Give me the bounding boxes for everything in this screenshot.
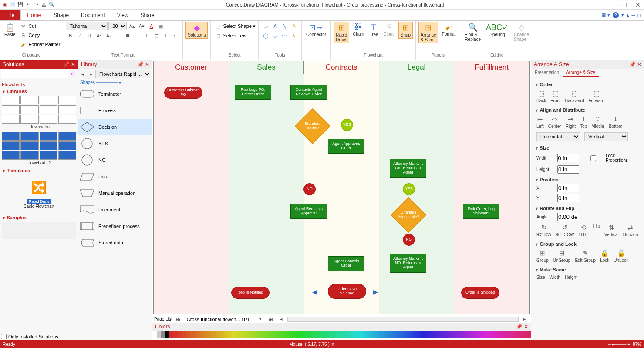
distribute-horizontal[interactable]: Horizontal bbox=[536, 132, 580, 141]
format-button[interactable]: 🖌Format bbox=[440, 22, 458, 37]
bold-icon[interactable]: B bbox=[66, 31, 74, 40]
node-customer-submits[interactable]: Customer Submits PO bbox=[164, 87, 202, 99]
help-icon[interactable]: ? bbox=[613, 12, 619, 18]
tool-ellipse-icon[interactable]: ◯ bbox=[261, 31, 270, 40]
ribbon-min-icon[interactable]: ─ bbox=[632, 13, 635, 18]
grow-font-icon[interactable]: A▴ bbox=[128, 22, 136, 30]
tab-shape[interactable]: Shape bbox=[47, 10, 75, 20]
tab-home[interactable]: Home bbox=[20, 10, 47, 20]
align-top[interactable]: ⤒Top bbox=[580, 115, 587, 129]
page-dropdown-icon[interactable]: ▾ bbox=[256, 315, 265, 324]
tab-presentation[interactable]: Presentation bbox=[531, 69, 563, 77]
zoom-slider[interactable]: ─●──── + bbox=[608, 342, 630, 347]
node-shipped[interactable]: Order Is Shipped bbox=[461, 287, 499, 299]
align-right-icon[interactable]: ≡ bbox=[133, 31, 142, 40]
shape-no[interactable]: NO bbox=[78, 152, 152, 168]
lib-thumbs-2[interactable] bbox=[2, 132, 76, 160]
rotate-180[interactable]: ⟲180 ° bbox=[578, 224, 588, 237]
align-left[interactable]: ⇤Left bbox=[536, 115, 544, 129]
shape-process[interactable]: Process bbox=[78, 102, 152, 119]
align-bottom[interactable]: ⤓Bottom bbox=[609, 115, 623, 129]
order-front[interactable]: ⬚Front bbox=[550, 90, 560, 103]
menu-grid-icon[interactable]: ▦ ▾ bbox=[601, 12, 610, 18]
rotate-ccw[interactable]: ↺90° CCW bbox=[556, 224, 574, 237]
node-agent-approves[interactable]: Agent Approves Order bbox=[328, 139, 364, 154]
height-input[interactable] bbox=[557, 165, 579, 174]
ribbon-more-icon[interactable]: □ bbox=[637, 13, 641, 18]
unlock-button[interactable]: 🔓UnLock bbox=[614, 249, 628, 263]
node-no-2[interactable]: NO bbox=[403, 234, 415, 246]
sec-rotate[interactable]: Rotate and Flip bbox=[535, 206, 641, 211]
shape-yes[interactable]: YES bbox=[78, 135, 152, 152]
nav-next-icon[interactable]: ▶ bbox=[373, 288, 378, 295]
font-select[interactable]: Tahoma bbox=[66, 22, 108, 30]
section-flowcharts[interactable]: Flowcharts bbox=[2, 82, 76, 87]
minimize-button[interactable]: ─ bbox=[617, 1, 621, 8]
tool-pointer-icon[interactable]: ↖ bbox=[290, 31, 299, 40]
order-forward[interactable]: ⬚Forward bbox=[588, 90, 604, 103]
tab-share[interactable]: Share bbox=[135, 10, 161, 20]
superscript-icon[interactable]: A² bbox=[94, 31, 103, 40]
sample-thumb[interactable] bbox=[2, 222, 76, 239]
find-replace-button[interactable]: 🔍Find & Replace bbox=[463, 22, 482, 43]
tool-text-icon[interactable]: A bbox=[271, 22, 280, 30]
close-panel-icon[interactable]: ✕ bbox=[145, 61, 149, 67]
sec-position[interactable]: Position bbox=[535, 177, 641, 182]
node-no-1[interactable]: NO bbox=[303, 183, 316, 195]
node-contacts-agent[interactable]: Contacts Agent Reviews Order bbox=[290, 85, 327, 100]
order-back[interactable]: ⬚Back bbox=[536, 90, 546, 103]
font-size-select[interactable]: 20 bbox=[108, 22, 127, 30]
collapse-ribbon-icon[interactable]: ▴ bbox=[627, 12, 629, 18]
shape-decision[interactable]: Decision bbox=[78, 119, 152, 135]
shape-terminator[interactable]: Terminator bbox=[78, 86, 152, 102]
section-templates[interactable]: Templates bbox=[2, 168, 76, 173]
node-attorney-no[interactable]: Attorney Marks It NO, Returns to Agent bbox=[390, 254, 426, 273]
angle-input[interactable] bbox=[557, 213, 579, 221]
align-middle[interactable]: ⇕Middle bbox=[591, 115, 604, 129]
library-dropdown[interactable]: Flowcharts Rapid ... bbox=[95, 70, 151, 78]
node-agent-requests[interactable]: Agent Requests Approval bbox=[290, 204, 327, 219]
sec-size[interactable]: Size bbox=[535, 145, 641, 151]
close-panel-icon[interactable]: ✕ bbox=[524, 324, 528, 330]
sec-align[interactable]: Align and Distribute bbox=[535, 107, 641, 113]
shape-document[interactable]: Document bbox=[78, 201, 152, 218]
maximize-button[interactable]: □ bbox=[627, 1, 630, 8]
valign-mid-icon[interactable]: ⊟ bbox=[152, 31, 161, 40]
tab-view[interactable]: View bbox=[111, 10, 135, 20]
node-changes-acceptable[interactable]: Changes Acceptable? bbox=[391, 197, 426, 233]
same-size[interactable]: Size bbox=[536, 275, 545, 280]
same-height[interactable]: Height bbox=[565, 275, 577, 280]
refresh-icon[interactable]: ⟳ bbox=[68, 70, 77, 78]
group-button[interactable]: ⊞Group bbox=[536, 249, 549, 263]
flip-horizontal[interactable]: ⇄Horizon bbox=[623, 224, 638, 237]
rapid-draw-button[interactable]: ⊞Rapid Draw bbox=[334, 22, 349, 44]
select-shape-button[interactable]: ⬚Select Shape ▾ bbox=[213, 22, 256, 30]
tree-button[interactable]: ⊤Tree bbox=[368, 22, 380, 38]
sec-make-same[interactable]: Make Same bbox=[535, 267, 641, 272]
node-yes-2[interactable]: YES bbox=[403, 183, 415, 195]
lib-next-icon[interactable]: ▸ bbox=[88, 70, 95, 78]
distribute-vertical[interactable]: Vertical bbox=[584, 132, 628, 141]
font-color-icon[interactable]: A bbox=[147, 22, 155, 30]
tool-line-icon[interactable]: ╲ bbox=[280, 22, 289, 30]
shapes-header[interactable]: Shapes ─────── ▾ bbox=[78, 79, 152, 86]
valign-top-icon[interactable]: ⊤ bbox=[142, 31, 151, 40]
shrink-font-icon[interactable]: A▾ bbox=[137, 22, 146, 30]
qat-new-icon[interactable]: 📄 bbox=[10, 2, 16, 8]
qat-save-icon[interactable]: 💾 bbox=[17, 2, 24, 8]
lib-thumbs-1[interactable] bbox=[2, 96, 76, 124]
tool-pencil-icon[interactable]: ✎ bbox=[290, 22, 299, 30]
lock-button[interactable]: 🔒Lock bbox=[600, 249, 609, 263]
pin-icon[interactable]: 📌 bbox=[63, 61, 70, 67]
lock-proportions-checkbox[interactable]: Lock Proportions bbox=[582, 152, 639, 164]
same-width[interactable]: Width bbox=[549, 275, 560, 280]
copy-button[interactable]: ⎘Copy bbox=[19, 31, 61, 40]
format-painter-button[interactable]: 🖌Format Painter bbox=[19, 40, 61, 49]
shape-manual-operation[interactable]: Manual operation bbox=[78, 185, 152, 201]
qat-search-icon[interactable]: 🔍 bbox=[49, 2, 55, 8]
shape-data[interactable]: Data bbox=[78, 168, 152, 185]
shape-stored-data[interactable]: Stored data bbox=[78, 234, 152, 251]
valign-bot-icon[interactable]: ⊥ bbox=[162, 31, 170, 40]
nav-prev-icon[interactable]: ◀ bbox=[312, 288, 317, 295]
page-name-field[interactable] bbox=[185, 315, 254, 324]
